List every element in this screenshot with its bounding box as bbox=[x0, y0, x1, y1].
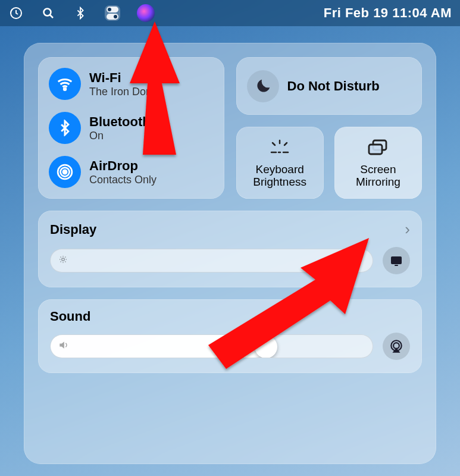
dnd-tile[interactable]: Do Not Disturb bbox=[236, 57, 423, 115]
bluetooth-menubar-icon[interactable] bbox=[73, 5, 88, 21]
sound-title: Sound bbox=[50, 309, 90, 324]
connectivity-tile: Wi-Fi The Iron Dome Bluetooth On bbox=[38, 57, 224, 199]
svg-point-12 bbox=[393, 343, 399, 349]
wifi-subtitle: The Iron Dome bbox=[89, 86, 161, 98]
wifi-title: Wi-Fi bbox=[89, 70, 161, 86]
airdrop-subtitle: Contacts Only bbox=[89, 174, 157, 186]
menubar: Fri Feb 19 11:04 AM bbox=[0, 0, 460, 26]
keyboard-brightness-icon bbox=[268, 137, 292, 158]
display-slider[interactable] bbox=[50, 249, 373, 273]
moon-icon bbox=[247, 70, 279, 102]
svg-rect-10 bbox=[395, 265, 398, 266]
svg-point-2 bbox=[64, 88, 65, 90]
bluetooth-icon bbox=[49, 112, 81, 144]
airdrop-icon bbox=[49, 156, 81, 188]
display-title: Display bbox=[50, 222, 96, 237]
screen-mirroring-tile[interactable]: Screen Mirroring bbox=[334, 127, 422, 199]
control-center-icon[interactable] bbox=[105, 5, 120, 21]
display-device-icon[interactable] bbox=[383, 247, 410, 274]
time-machine-icon[interactable] bbox=[8, 5, 24, 21]
volume-icon bbox=[58, 339, 70, 353]
svg-rect-9 bbox=[391, 256, 402, 264]
airdrop-row[interactable]: AirDrop Contacts Only bbox=[49, 156, 214, 188]
screen-mirroring-label: Screen Mirroring bbox=[339, 164, 417, 189]
keyboard-brightness-tile[interactable]: Keyboard Brightness bbox=[236, 127, 324, 199]
svg-rect-7 bbox=[369, 145, 382, 154]
menubar-clock[interactable]: Fri Feb 19 11:04 AM bbox=[324, 5, 452, 21]
airdrop-title: AirDrop bbox=[89, 158, 157, 174]
brightness-low-icon bbox=[58, 254, 68, 267]
svg-point-8 bbox=[62, 258, 65, 261]
bluetooth-title: Bluetooth bbox=[89, 114, 151, 130]
control-center-panel: Wi-Fi The Iron Dome Bluetooth On bbox=[24, 43, 436, 464]
wifi-row[interactable]: Wi-Fi The Iron Dome bbox=[49, 68, 214, 100]
bluetooth-row[interactable]: Bluetooth On bbox=[49, 112, 214, 144]
bluetooth-subtitle: On bbox=[89, 130, 151, 142]
spotlight-icon[interactable] bbox=[40, 5, 56, 21]
siri-icon[interactable] bbox=[137, 4, 155, 22]
screen-mirroring-icon bbox=[366, 137, 390, 158]
airplay-audio-icon[interactable] bbox=[383, 333, 410, 360]
wifi-icon bbox=[49, 68, 81, 100]
svg-point-3 bbox=[63, 170, 67, 174]
display-tile: Display › bbox=[38, 211, 422, 287]
sound-tile: Sound bbox=[38, 299, 422, 373]
dnd-title: Do Not Disturb bbox=[287, 79, 380, 93]
keyboard-brightness-label: Keyboard Brightness bbox=[241, 164, 319, 189]
svg-point-1 bbox=[44, 9, 51, 16]
sound-slider[interactable] bbox=[50, 334, 373, 358]
chevron-right-icon[interactable]: › bbox=[405, 220, 410, 239]
